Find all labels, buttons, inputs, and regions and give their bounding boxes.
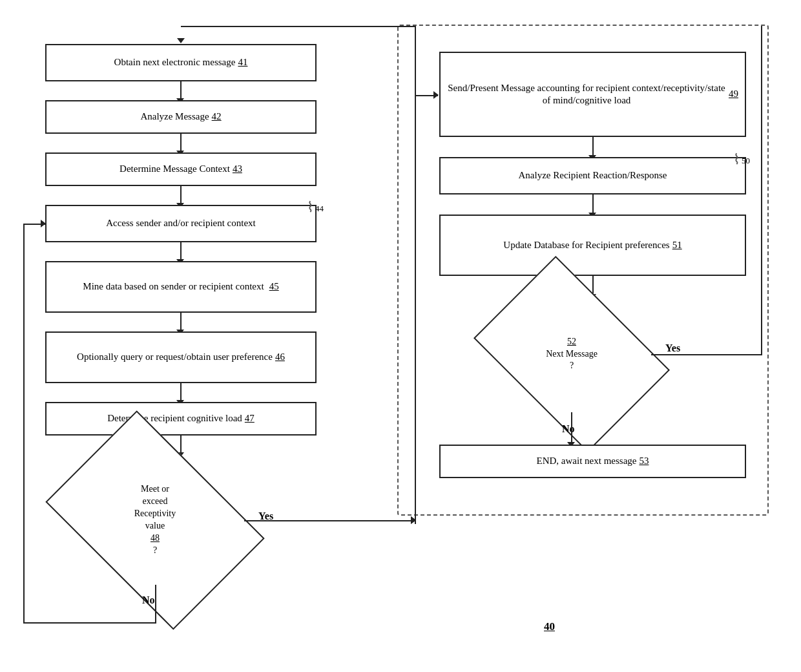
box-53-label: END, await next message (537, 455, 637, 468)
arrow-no-52 (571, 412, 572, 443)
box-51-ref: 51 (672, 239, 682, 252)
label-no-48: No (142, 594, 155, 606)
fig-label: 40 (544, 620, 555, 633)
arrow-43-44 (180, 186, 182, 204)
box-42-ref: 42 (212, 110, 222, 123)
arrowhead-into-49b (411, 516, 416, 524)
arrow-no-48-up (23, 224, 25, 624)
flowchart-diagram: Obtain next electronic message 41 Analyz… (0, 0, 801, 672)
arrow-v-left-right (415, 94, 416, 524)
box-43-label: Determine Message Context (120, 163, 230, 176)
arrowhead-loop-44 (41, 220, 46, 227)
box-43: Determine Message Context 43 (45, 152, 317, 186)
arrow-49-50 (592, 137, 594, 156)
box-49-ref: 49 (729, 88, 738, 101)
box-49: Send/Present Message accounting for reci… (439, 52, 746, 137)
box-42: Analyze Message 42 (45, 100, 317, 134)
box-47-ref: 47 (245, 412, 255, 425)
diamond-52: 52Next Message? (491, 296, 652, 412)
box-44-label: Access sender and/or recipient context (106, 217, 256, 230)
box-44: Access sender and/or recipient context (45, 205, 317, 242)
arrow-47-48 (180, 436, 182, 454)
wavy-44: ⌇ (307, 200, 314, 215)
box-53: END, await next message 53 (439, 445, 746, 478)
arrow-42-43 (180, 134, 182, 152)
box-41: Obtain next electronic message 41 (45, 44, 317, 81)
arrow-41-42 (180, 81, 182, 100)
arrow-loop-v-up (415, 26, 416, 95)
arrow-46-47 (180, 383, 182, 401)
arrow-loop-h-top (181, 26, 416, 27)
box-46-label: Optionally query or request/obtain user … (77, 351, 273, 364)
box-41-label: Obtain next electronic message (114, 56, 236, 69)
box-49-label: Send/Present Message accounting for reci… (447, 82, 726, 107)
box-46-ref: 46 (275, 351, 285, 364)
arrow-50-51 (592, 194, 594, 214)
box-41-ref: 41 (238, 56, 247, 69)
arrow-no-48-v (155, 585, 156, 624)
arrow-yes-52-v (761, 26, 762, 355)
arrow-44-45 (180, 242, 182, 260)
arrow-no-48-h (23, 622, 156, 624)
ref-50: 50 (742, 156, 750, 166)
arrow-yes-r (651, 354, 761, 355)
wavy-50: ⌇ (733, 152, 740, 167)
box-45-ref: 45 (269, 280, 279, 293)
arrowhead-loop-top (177, 38, 185, 43)
label-yes-52: Yes (665, 342, 680, 354)
diamond-52-text: 52Next Message? (546, 336, 598, 373)
box-53-ref: 53 (639, 455, 649, 468)
arrowhead-to-49 (433, 91, 439, 99)
box-47: Determine recipient cognitive load 47 (45, 402, 317, 436)
box-50: Analyze Recipient Reaction/Response (439, 157, 746, 194)
box-46: Optionally query or request/obtain user … (45, 331, 317, 383)
box-51-label: Update Database for Recipient preference… (503, 239, 669, 252)
diamond-48: Meet orexceedReceptivityvalue48? (65, 456, 245, 585)
box-45-label: Mine data based on sender or recipient c… (83, 280, 264, 293)
diamond-48-text: Meet orexceedReceptivityvalue48? (134, 483, 176, 556)
box-51: Update Database for Recipient preference… (439, 215, 746, 276)
ref-44: 44 (315, 204, 324, 214)
box-50-label: Analyze Recipient Reaction/Response (519, 169, 667, 182)
box-42-label: Analyze Message (140, 110, 209, 123)
arrow-yes-48 (244, 520, 415, 521)
box-45: Mine data based on sender or recipient c… (45, 261, 317, 313)
label-no-52: No (562, 423, 575, 435)
box-43-ref: 43 (233, 163, 242, 176)
arrow-45-46 (180, 313, 182, 331)
